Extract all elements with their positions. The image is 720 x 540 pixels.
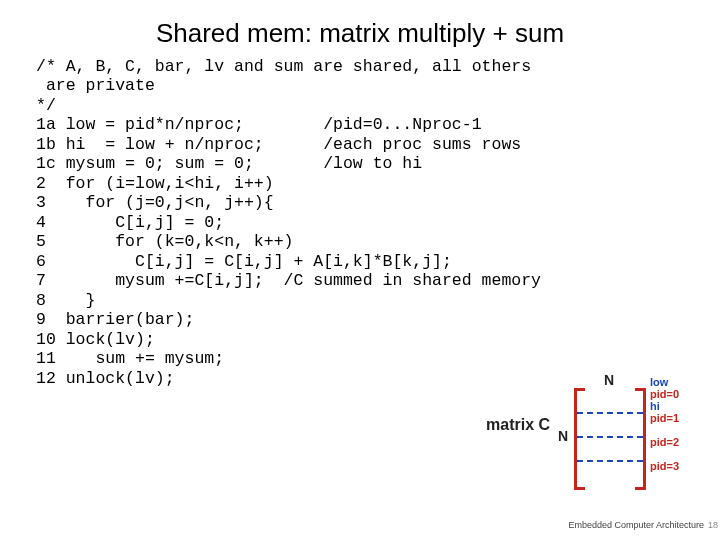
matrix-diagram: matrix C N N low hi pid=0 pid=1 pid=2 pi… [486, 372, 686, 492]
dash-line [577, 412, 643, 414]
dash-line [577, 460, 643, 462]
pid-label: pid=2 [650, 436, 679, 448]
pid-label: pid=1 [650, 412, 679, 424]
hi-label: hi [650, 400, 660, 412]
n-side-label: N [558, 428, 568, 444]
page-number: 18 [708, 520, 718, 530]
matrix-label: matrix C [486, 416, 550, 434]
code-block: /* A, B, C, bar, lv and sum are shared, … [0, 49, 720, 388]
slide-title: Shared mem: matrix multiply + sum [0, 0, 720, 49]
pid-label: pid=0 [650, 388, 679, 400]
matrix-brackets [574, 388, 646, 484]
dash-line [577, 436, 643, 438]
bracket-left [574, 388, 585, 490]
pid-label: pid=3 [650, 460, 679, 472]
low-label: low [650, 376, 668, 388]
n-top-label: N [604, 372, 614, 388]
bracket-right [635, 388, 646, 490]
footer-text: Embedded Computer Architecture [568, 520, 704, 530]
